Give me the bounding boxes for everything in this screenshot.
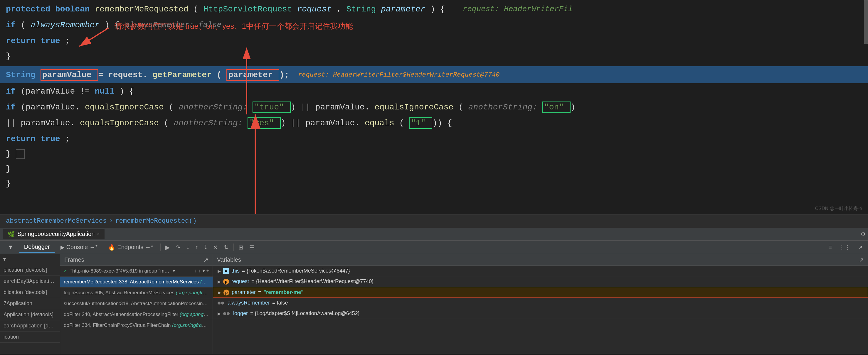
var-parameter-type-icon: p [223,290,229,295]
tab-close-btn[interactable]: × [97,231,100,237]
thread-filter-btn[interactable]: ▼ [202,268,205,274]
thread-down-btn[interactable]: ↓ [198,268,201,274]
tab-console-label: ▶ [61,244,65,251]
method-name: rememberMeRequested [95,5,188,14]
var-parameter[interactable]: ▶ p parameter = "remember-me" [213,287,868,298]
trace-btn[interactable]: ⇅ [221,243,231,252]
var-logger[interactable]: ▶ logger = {LogAdapter$Slf4jLocationAwar… [213,308,868,319]
variables-expand-icon[interactable]: ↗ [859,256,864,263]
highlight-true: "true" [252,101,291,113]
breadcrumb-method: rememberMeRequested() [115,217,196,225]
variables-header: Variables ↗ [213,254,868,266]
scrollbar[interactable] [864,0,868,44]
expand-btn[interactable]: ↗ [856,243,865,252]
stack-item-4[interactable]: 7Application [0,298,60,309]
main-content: ▼ plication [devtools] earchDay3Applicat… [0,254,868,354]
var-alwaysremember-val: = false [272,300,288,306]
frames-expand-icon[interactable]: ↗ [204,256,209,263]
step-over-btn[interactable]: ↷ [173,243,183,252]
breadcrumb-separator: › [109,217,113,225]
stack-item-6[interactable]: earchApplication [devtoo [0,320,60,331]
var-request-key: request [231,279,249,285]
highlight-paramvalue: paramValue [40,69,98,81]
thread-arrows: ↑ ↓ ▼ + [194,268,209,274]
keyword-protected: protected [6,5,50,14]
code-line-1: protected boolean rememberMeRequested ( … [0,0,868,17]
var-request-expand[interactable]: ▶ [218,279,221,284]
frame-item-2[interactable]: loginSuccess:305, AbstractRememberMeServ… [60,288,213,298]
highlight-yes: "yes" [248,117,281,129]
tab-endpoints[interactable]: 🔥 Endpoints →* [103,242,158,253]
filter-icon: ▼ [8,244,13,251]
thread-text: "http-nio-8989-exec-3"@5,619 in group "m… [70,268,170,274]
step-into-btn[interactable]: ↓ [184,243,192,252]
breadcrumb-path: abstractRememberMeServices [6,217,106,225]
tab-debugger[interactable]: Debugger [20,242,55,253]
stack-item-3[interactable]: blication [devtools] [0,287,60,298]
resume-btn[interactable]: ▶ [163,243,172,252]
stack-item-5[interactable]: Application [devtools] [0,309,60,320]
frame-item-5[interactable]: doFilter:334, FilterChainProxy$VirtualFi… [60,320,213,331]
highlight-parameter: parameter [226,69,279,81]
var-this-val: = {TokenBasedRememberMeServices@6447} [242,268,350,274]
var-request[interactable]: ▶ p request = {HeaderWriterFilter$Header… [213,277,868,287]
left-panel: ▼ plication [devtools] earchDay3Applicat… [0,254,60,354]
panel-menu-btn[interactable]: ⋮⋮ [837,243,853,252]
highlight-1: "1" [409,117,432,129]
var-alwaysremember: alwaysRemember [31,21,99,30]
frame-item-3[interactable]: successfulAuthentication:318, AbstractAu… [60,298,213,309]
code-line-10: } [0,147,868,161]
frame-item-1[interactable]: rememberMeRequested:338, AbstractRemembe… [60,277,213,288]
run-to-cursor-btn[interactable]: ⤵ [202,243,209,252]
thread-up-btn[interactable]: ↑ [194,268,197,274]
list-view-btn[interactable]: ☰ [247,243,257,252]
var-parameter-expand[interactable]: ▶ [218,290,221,295]
variables-title: Variables [217,256,241,263]
toolbar-divider-2 [234,244,234,251]
keyword-null: null [95,87,114,96]
keyword-if: if [6,21,16,30]
gear-icon[interactable]: ⚙ [861,230,865,238]
thread-check: ✓ [64,268,66,274]
var-this[interactable]: ▶ = this = {TokenBasedRememberMeServices… [213,266,868,277]
tab-debugger-label: Debugger [24,244,50,250]
tab-console-text: Console →* [66,244,98,251]
var-logger-expand[interactable]: ▶ [218,311,221,316]
right-toolbar: ≡ ⋮⋮ ↗ [826,243,865,252]
tab-console[interactable]: ▶ Console →* [56,242,102,252]
evaluate-btn[interactable]: ✕ [211,243,220,252]
type-string: String [346,5,376,14]
thread-add-btn[interactable]: + [206,268,209,274]
code-area: protected boolean rememberMeRequested ( … [0,0,868,214]
type-string-2: String [6,70,35,79]
annotation-text: 请求参数的值可以是 true、on、yes、1中任何一个都会开启记住我功能 [115,21,353,31]
grid-view-btn[interactable]: ⊞ [236,243,246,252]
toolbar-row: ▼ Debugger ▶ Console →* 🔥 Endpoints →* ▶… [0,240,868,254]
step-out-btn[interactable]: ↑ [193,243,200,252]
stack-item-2[interactable]: earchDay3Application [de [0,276,60,287]
var-parameter-key: parameter [232,289,256,295]
var-this-expand[interactable]: ▶ [218,269,221,273]
var-this-key: this [231,268,240,274]
tab-endpoints-text: Endpoints →* [117,244,153,251]
toolbar-divider-1 [160,244,161,251]
spring-icon: 🌿 [8,231,15,238]
var-alwaysremember[interactable]: alwaysRemember = false [213,298,868,308]
keyword-return: return [6,36,35,45]
app-tab-springboot[interactable]: 🌿 SpringbootsecurityApplication × [3,229,104,239]
stack-item-1[interactable]: plication [devtools] [0,265,60,276]
code-line-5-highlighted: String paramValue = request. getParamete… [0,66,868,83]
code-line-4: } [0,49,868,63]
var-parameter-val: "remember-me" [264,289,304,295]
endpoints-icon: 🔥 [108,244,115,251]
thread-dropdown[interactable]: ▼ [173,269,175,273]
param-request: request [297,5,332,14]
var-logger-key: logger [233,311,248,317]
frame-item-4[interactable]: doFilter:240, AbstractAuthenticationProc… [60,309,213,320]
frames-panel: Frames ↗ ✓ "http-nio-8989-exec-3"@5,619 … [60,254,213,354]
filter-icon-2[interactable]: ▼ [3,256,6,262]
code-line-9: return true ; [0,131,868,147]
filter-btn[interactable]: ▼ [3,242,18,252]
stack-item-7[interactable]: ication [0,331,60,343]
settings-btn[interactable]: ≡ [826,243,834,252]
